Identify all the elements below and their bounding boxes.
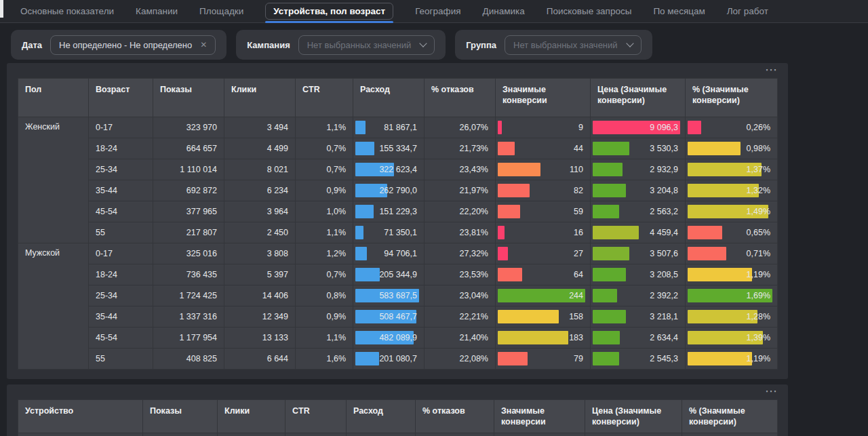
close-icon[interactable]: ✕ — [200, 40, 207, 49]
tab-dinamika[interactable]: Динамика — [483, 6, 525, 16]
tab-ploshchadki[interactable]: Площадки — [199, 6, 243, 16]
ctr-cell: 1,6% — [296, 349, 353, 370]
gender-age-table: Пол Возраст Показы Клики CTR Расход % от… — [18, 78, 778, 370]
col-clicks[interactable]: Клики — [218, 400, 285, 433]
bounce-cell: 22,20% — [425, 201, 496, 222]
clicks-cell: 3 964 — [224, 201, 296, 222]
tab-po-mesyacam[interactable]: По месяцам — [653, 6, 705, 16]
col-ctr[interactable]: CTR — [285, 400, 347, 433]
conversion-pct-bar — [688, 226, 722, 239]
filter-bar: Дата Не определено - Не определено ✕ Кам… — [0, 23, 868, 61]
price-bar — [593, 247, 629, 260]
price-bar — [593, 331, 620, 344]
table-row[interactable]: 18-24 736 435 5 397 0,7% 205 344,9 23,53… — [18, 264, 778, 285]
table-row[interactable]: 1 380 5 0,4% 221,1 28,6% 0 0 0,00% — [18, 433, 778, 436]
shows-cell: 1 177 954 — [153, 328, 224, 349]
table-row[interactable]: Женский 0-17 323 970 3 494 1,1% 81 867,1… — [18, 117, 778, 138]
col-gender[interactable]: Пол — [18, 79, 89, 117]
col-conversion-pct[interactable]: % (Значимые конверсии) — [682, 400, 778, 433]
col-conversions[interactable]: Значимые конверсии — [496, 79, 591, 117]
cost-bar — [355, 352, 379, 365]
table-row[interactable]: 25-34 1 110 014 8 021 0,7% 322 623,4 23,… — [18, 159, 778, 180]
conversion-pct-bar — [688, 142, 741, 155]
col-age[interactable]: Возраст — [89, 79, 153, 117]
bounce-cell: 28,6% — [416, 433, 494, 436]
ctr-cell: 0,7% — [296, 159, 353, 180]
table-row[interactable]: 45-54 377 965 3 964 1,0% 151 229,3 22,20… — [18, 201, 778, 222]
col-shows[interactable]: Показы — [153, 79, 224, 117]
dashboard-screen: Основные показатели Кампании Площадки Ус… — [0, 0, 868, 436]
col-bounce[interactable]: % отказов — [416, 400, 494, 433]
date-filter-label: Дата — [22, 40, 42, 50]
price-cell: 3 530,3 — [591, 138, 686, 159]
col-cost[interactable]: Расход — [353, 79, 425, 117]
conversion-pct-bar — [688, 352, 752, 365]
price-bar — [593, 226, 639, 239]
col-cost[interactable]: Расход — [347, 400, 416, 433]
col-price[interactable]: Цена (Значимые конверсии) — [591, 79, 686, 117]
price-cell: 3 218,1 — [591, 306, 686, 328]
shows-cell: 377 965 — [153, 201, 224, 222]
table-row[interactable]: 18-24 664 657 4 499 0,7% 155 334,7 21,73… — [18, 138, 778, 159]
chevron-down-icon — [626, 39, 633, 47]
tab-ustroystva-pol-vozrast[interactable]: Устройства, пол возраст — [265, 3, 393, 20]
col-bounce[interactable]: % отказов — [425, 79, 496, 117]
cost-cell: 155 334,7 — [353, 138, 425, 159]
ctr-cell: 1,1% — [296, 117, 353, 138]
cost-bar — [355, 268, 380, 281]
date-filter-value[interactable]: Не определено - Не определено ✕ — [50, 35, 216, 55]
report-tabs: Основные показатели Кампании Площадки Ус… — [0, 0, 868, 23]
conversions-cell: 16 — [496, 222, 591, 243]
tab-kampanii[interactable]: Кампании — [136, 6, 178, 16]
table-row[interactable]: Мужской 0-17 325 016 3 808 1,2% 94 706,1… — [18, 243, 778, 264]
age-cell: 55 — [89, 349, 153, 370]
tab-osnovnye-pokazateli[interactable]: Основные показатели — [20, 6, 114, 16]
col-price[interactable]: Цена (Значимые конверсии) — [585, 400, 682, 433]
cost-cell: 151 229,3 — [353, 201, 425, 222]
clicks-cell: 6 644 — [224, 349, 296, 370]
price-cell: 2 392,2 — [591, 285, 686, 306]
ctr-cell: 0,8% — [296, 285, 353, 306]
conversions-cell: 64 — [496, 264, 591, 285]
conversions-bar — [498, 331, 568, 344]
table-row[interactable]: 55 408 825 6 644 1,6% 201 080,7 22,08% 7… — [18, 349, 778, 370]
clicks-cell: 14 406 — [224, 285, 296, 306]
bounce-cell: 23,53% — [425, 264, 496, 285]
more-menu-icon[interactable]: ⋯ — [765, 384, 778, 398]
age-cell: 55 — [89, 222, 153, 243]
tab-log-rabot[interactable]: Лог работ — [727, 6, 768, 16]
cost-bar — [355, 142, 374, 155]
bounce-cell: 21,73% — [425, 138, 496, 159]
conversions-bar — [498, 352, 528, 365]
ctr-cell: 1,1% — [296, 222, 353, 243]
cost-cell: 221,1 — [347, 433, 416, 436]
cost-cell: 71 350,1 — [353, 222, 425, 243]
more-menu-icon[interactable]: ⋯ — [765, 63, 778, 77]
cost-bar — [355, 121, 366, 134]
conversion-pct-cell: 1,37% — [686, 159, 778, 180]
price-bar — [593, 142, 629, 155]
col-conversion-pct[interactable]: % (Значимые конверсии) — [686, 79, 778, 117]
col-conversions[interactable]: Значимые конверсии — [494, 400, 585, 433]
table-row[interactable]: 35-44 1 337 316 12 349 0,9% 508 467,7 22… — [18, 306, 778, 328]
table-row[interactable]: 55 217 807 2 450 1,1% 71 350,1 23,81% 16… — [18, 222, 778, 243]
clicks-cell: 4 499 — [224, 138, 296, 159]
clicks-cell: 5 — [218, 433, 285, 436]
device-widget: ⋯ Устройство Показы Клики CTR Расход % о… — [7, 384, 788, 436]
ctr-cell: 0,7% — [296, 138, 353, 159]
tab-geografiya[interactable]: География — [415, 6, 460, 16]
col-device[interactable]: Устройство — [18, 400, 143, 433]
table-row[interactable]: 45-54 1 177 954 13 133 1,1% 482 089,9 21… — [18, 328, 778, 349]
col-clicks[interactable]: Клики — [224, 79, 296, 117]
table-row[interactable]: 35-44 692 872 6 234 0,9% 262 790,0 21,97… — [18, 180, 778, 201]
col-shows[interactable]: Показы — [143, 400, 218, 433]
campaign-filter-select[interactable]: Нет выбранных значений — [298, 35, 435, 55]
tab-poiskovye-zaprosy[interactable]: Поисковые запросы — [547, 6, 632, 16]
age-cell: 45-54 — [89, 328, 153, 349]
group-filter-select[interactable]: Нет выбранных значений — [505, 35, 642, 55]
cost-cell: 201 080,7 — [353, 349, 425, 370]
shows-cell: 1 380 — [143, 433, 218, 436]
col-ctr[interactable]: CTR — [296, 79, 353, 117]
table-row[interactable]: 25-34 1 724 425 14 406 0,8% 583 687,5 23… — [18, 285, 778, 306]
campaign-filter-label: Кампания — [247, 40, 290, 50]
